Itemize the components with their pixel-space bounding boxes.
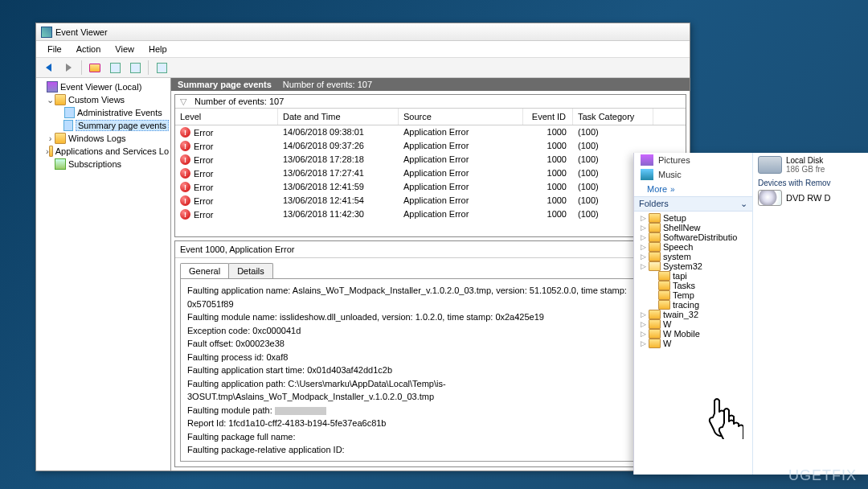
folder-item[interactable]: ▷SoftwareDistributio bbox=[634, 232, 752, 242]
table-row[interactable]: !Error13/06/2018 17:27:41Application Err… bbox=[175, 166, 686, 180]
arrow-right-icon bbox=[66, 64, 72, 72]
folder-item[interactable]: ▷W bbox=[634, 319, 752, 329]
folder-item[interactable]: ▷W Mobile bbox=[634, 329, 752, 339]
expand-icon[interactable]: ▷ bbox=[641, 233, 649, 241]
error-icon: ! bbox=[180, 141, 190, 151]
explorer-nav-pane[interactable]: Pictures Music More» Folders⌄ ▷Setup▷She… bbox=[634, 153, 753, 475]
tree-summary-events[interactable]: Summary page events bbox=[76, 120, 169, 131]
toolbar-btn-b[interactable] bbox=[126, 60, 144, 76]
folder-item[interactable]: ▷twain_32 bbox=[634, 310, 752, 319]
pictures-icon bbox=[641, 154, 653, 166]
folder-item[interactable]: tracing bbox=[634, 300, 752, 310]
tree-admin-events[interactable]: Administrative Events bbox=[77, 108, 162, 117]
toolbar bbox=[36, 57, 690, 78]
error-icon: ! bbox=[180, 168, 190, 179]
menubar: File Action View Help bbox=[36, 41, 690, 57]
menu-file[interactable]: File bbox=[41, 43, 68, 55]
folder-icon bbox=[649, 319, 661, 329]
more-link[interactable]: More» bbox=[634, 182, 752, 196]
tree-subscriptions[interactable]: Subscriptions bbox=[68, 159, 121, 169]
chevron-down-icon: ⌄ bbox=[740, 199, 747, 209]
event-viewer-window: Event Viewer File Action View Help Event… bbox=[35, 23, 690, 471]
tree-apps-logs[interactable]: Applications and Services Lo bbox=[55, 146, 169, 156]
error-icon: ! bbox=[180, 209, 190, 220]
toolbar-btn-a[interactable] bbox=[106, 60, 124, 76]
col-level[interactable]: Level bbox=[175, 109, 278, 125]
table-row[interactable]: !Error14/06/2018 09:37:26Application Err… bbox=[175, 139, 686, 153]
funnel-icon: ▽ bbox=[180, 97, 190, 106]
column-headers: Level Date and Time Source Event ID Task… bbox=[175, 109, 686, 125]
toolbar-separator bbox=[81, 60, 82, 75]
folder-item[interactable]: ▷System32 bbox=[634, 261, 752, 271]
menu-view[interactable]: View bbox=[108, 43, 141, 55]
expand-icon[interactable]: ▷ bbox=[641, 320, 649, 328]
folder-icon bbox=[55, 133, 66, 144]
detail-line: Faulting application start time: 0x01d40… bbox=[187, 364, 674, 377]
tree-root[interactable]: Event Viewer (Local) bbox=[60, 82, 141, 92]
tab-general[interactable]: General bbox=[180, 263, 229, 278]
table-row[interactable]: !Error14/06/2018 09:38:01Application Err… bbox=[175, 125, 686, 139]
tab-details[interactable]: Details bbox=[228, 263, 273, 278]
square-icon bbox=[157, 63, 167, 73]
folder-icon bbox=[649, 339, 661, 348]
summary-title: Summary page events bbox=[178, 80, 272, 89]
summary-bar: Summary page events Number of events: 10… bbox=[171, 78, 690, 91]
folder-icon bbox=[658, 290, 670, 300]
col-source[interactable]: Source bbox=[399, 109, 523, 125]
expand-icon[interactable]: ▷ bbox=[641, 224, 649, 232]
lib-music[interactable]: Music bbox=[634, 167, 752, 182]
show-tree-button[interactable] bbox=[86, 60, 104, 76]
expand-icon[interactable]: ▷ bbox=[641, 339, 649, 347]
table-row[interactable]: !Error13/06/2018 17:28:18Application Err… bbox=[175, 153, 686, 166]
event-viewer-root-icon bbox=[47, 81, 58, 92]
table-row[interactable]: !Error13/06/2018 12:41:59Application Err… bbox=[175, 180, 686, 194]
expand-icon[interactable]: › bbox=[46, 134, 55, 143]
folder-item[interactable]: ▷ShellNew bbox=[634, 223, 752, 232]
devices-section: Devices with Remov bbox=[758, 179, 863, 187]
folder-item[interactable]: Temp bbox=[634, 290, 752, 300]
folder-item[interactable]: ▷Speech bbox=[634, 242, 752, 252]
folder-tree[interactable]: ▷Setup▷ShellNew▷SoftwareDistributio▷Spee… bbox=[634, 212, 752, 475]
expand-icon[interactable]: ▷ bbox=[641, 262, 649, 270]
expand-icon[interactable]: ▷ bbox=[641, 310, 649, 318]
folder-item[interactable]: tapi bbox=[634, 271, 752, 281]
table-row[interactable]: !Error13/06/2018 11:42:30Application Err… bbox=[175, 208, 686, 221]
folder-icon bbox=[649, 252, 661, 261]
dvd-drive-item[interactable]: DVD RW D bbox=[758, 190, 863, 206]
back-button[interactable] bbox=[39, 60, 57, 76]
folder-item[interactable]: ▷W bbox=[634, 339, 752, 348]
table-row[interactable]: !Error13/06/2018 12:41:54Application Err… bbox=[175, 194, 686, 208]
expand-icon[interactable]: ▷ bbox=[641, 243, 649, 251]
titlebar[interactable]: Event Viewer bbox=[36, 23, 690, 41]
music-icon bbox=[641, 169, 653, 180]
subscriptions-icon bbox=[55, 158, 66, 170]
summary-count: Number of events: 107 bbox=[283, 80, 372, 89]
folder-item[interactable]: ▷system bbox=[634, 252, 752, 261]
col-date[interactable]: Date and Time bbox=[278, 109, 399, 125]
dvd-label: DVD RW D bbox=[786, 193, 830, 203]
folder-item[interactable]: ▷Setup bbox=[634, 213, 752, 223]
menu-action[interactable]: Action bbox=[70, 43, 108, 55]
toolbar-btn-c[interactable] bbox=[153, 60, 170, 76]
menu-help[interactable]: Help bbox=[142, 43, 174, 55]
local-disk-item[interactable]: Local Disk186 GB fre bbox=[758, 156, 863, 174]
explorer-content[interactable]: Local Disk186 GB fre Devices with Remov … bbox=[753, 153, 868, 475]
expand-icon[interactable]: ▷ bbox=[641, 253, 649, 261]
col-event-id[interactable]: Event ID bbox=[523, 109, 573, 125]
detail-text[interactable]: Faulting application name: Aslains_WoT_M… bbox=[180, 278, 681, 462]
tree-custom-views[interactable]: Custom Views bbox=[68, 95, 125, 105]
folder-item[interactable]: Tasks bbox=[634, 281, 752, 290]
expand-icon[interactable]: ▷ bbox=[641, 330, 649, 338]
square-icon bbox=[130, 63, 141, 73]
tree-windows-logs[interactable]: Windows Logs bbox=[68, 134, 126, 143]
col-task[interactable]: Task Category bbox=[573, 109, 653, 125]
navigation-tree[interactable]: Event Viewer (Local) ⌄Custom Views Admin… bbox=[36, 78, 171, 471]
lib-pictures[interactable]: Pictures bbox=[634, 153, 752, 167]
folders-header[interactable]: Folders⌄ bbox=[634, 196, 752, 212]
forward-button[interactable] bbox=[59, 60, 77, 76]
detail-line: Fault offset: 0x00023e38 bbox=[187, 337, 674, 351]
collapse-icon[interactable]: ⌄ bbox=[46, 95, 55, 105]
expand-icon[interactable]: ▷ bbox=[641, 214, 649, 222]
event-rows[interactable]: !Error14/06/2018 09:38:01Application Err… bbox=[175, 125, 686, 236]
folder-icon bbox=[49, 146, 53, 157]
